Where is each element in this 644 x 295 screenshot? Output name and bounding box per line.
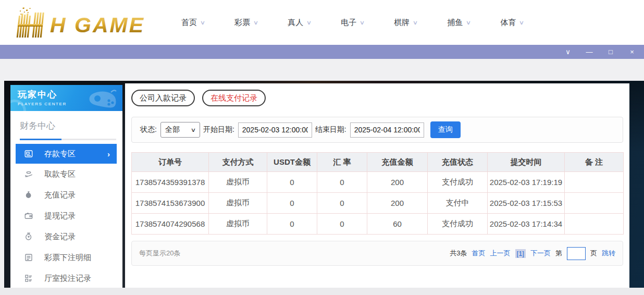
chevron-down-icon: ∨ (413, 19, 418, 26)
window-minimize-icon[interactable]: — (586, 48, 593, 55)
top-header: H GAME 首页 ∨ 彩票 ∨ 真人 ∨ 电子 ∨ 棋牌 ∨ 捕鱼 ∨ 体育 … (0, 0, 644, 45)
bottom-strip (0, 288, 644, 295)
sidebar-item-label: 存款专区 (44, 149, 76, 159)
cell-exchange-rate: 0 (317, 172, 367, 193)
sidebar-item-recharge-records[interactable]: 充值记录 (10, 185, 122, 205)
tab-company-deposit-records[interactable]: 公司入款记录 (131, 90, 195, 106)
window-dropdown-icon[interactable]: ∨ (564, 48, 572, 55)
sidebar-item-hall-bet-records[interactable]: 厅室投注记录 (10, 268, 122, 289)
sidebar-item-lottery-bet-details[interactable]: 彩票下注明细 (10, 247, 122, 268)
sidebar-title: 玩家中心 (18, 89, 122, 101)
section-underline (20, 139, 116, 140)
jump-action-link[interactable]: 跳转 (602, 249, 615, 258)
window-titlebar: ∨ — □ × (0, 45, 644, 59)
table-row: 1738574074290568 虚拟币 0 0 60 支付成功 2025-02… (132, 214, 624, 235)
sidebar-item-deposit-zone[interactable]: 存款专区 › (16, 144, 117, 164)
record-tabs: 公司入款记录 在线支付记录 (131, 90, 629, 106)
cell-remark (565, 172, 624, 193)
sidebar-item-funds-records[interactable]: 资金记录 (10, 226, 122, 247)
hand-money-icon (24, 169, 33, 179)
col-payment-method: 支付方式 (209, 153, 267, 172)
nav-label: 捕鱼 (447, 18, 463, 28)
cell-submit-time: 2025-02-03 17:19:19 (488, 172, 565, 193)
nav-item-lottery[interactable]: 彩票 ∨ (234, 18, 258, 28)
next-page-link[interactable]: 下一页 (530, 249, 551, 258)
pagination-controls: 共3条 首页 上一页 [1] 下一页 第 页 跳转 (450, 247, 615, 260)
sidebar-header: 玩家中心 PLAYERS CENTER (10, 85, 122, 111)
cell-recharge-status: 支付成功 (428, 214, 488, 235)
cell-usdt-amount: 0 (267, 214, 317, 235)
total-count-text: 共3条 (450, 249, 467, 258)
first-page-link[interactable]: 首页 (472, 249, 486, 258)
current-page-indicator: [1] (515, 249, 526, 258)
cell-order-number: 1738574359391378 (132, 172, 209, 193)
list-icon (24, 274, 33, 283)
jump-prefix-text: 第 (555, 249, 562, 258)
table-row: 1738574359391378 虚拟币 0 0 200 支付成功 2025-0… (132, 172, 624, 193)
nav-item-live[interactable]: 真人 ∨ (288, 18, 311, 28)
cell-payment-method: 虚拟币 (209, 172, 267, 193)
chevron-down-icon: ∨ (466, 19, 471, 26)
cell-exchange-rate: 0 (317, 214, 367, 235)
cell-remark (565, 214, 624, 235)
nav-item-sports[interactable]: 体育 ∨ (500, 18, 524, 28)
nav-item-fishing[interactable]: 捕鱼 ∨ (447, 18, 470, 28)
start-date-input[interactable] (238, 122, 312, 138)
tab-online-payment-records[interactable]: 在线支付记录 (202, 90, 266, 106)
nav-label: 电子 (341, 18, 356, 28)
nav-label: 棋牌 (394, 18, 410, 28)
logo-text: H GAME (50, 13, 145, 37)
table-header-row: 订单号 支付方式 USDT金额 汇 率 充值金额 充值状态 提交时间 备 注 (132, 153, 624, 172)
sidebar-item-label: 取款专区 (44, 169, 76, 179)
window-maximize-icon[interactable]: □ (607, 48, 614, 55)
sidebar-item-label: 彩票下注明细 (44, 253, 91, 263)
end-date-input[interactable] (350, 122, 424, 138)
sidebar-item-label: 充值记录 (44, 190, 76, 200)
cell-remark (565, 193, 624, 214)
main-nav: 首页 ∨ 彩票 ∨ 真人 ∨ 电子 ∨ 棋牌 ∨ 捕鱼 ∨ 体育 ∨ (181, 18, 524, 28)
chevron-down-icon: ∨ (306, 19, 312, 26)
cell-recharge-amount: 60 (367, 214, 428, 235)
cell-order-number: 1738574074290568 (132, 214, 209, 235)
page-jump-input[interactable] (567, 247, 586, 260)
payment-records-table: 订单号 支付方式 USDT金额 汇 率 充值金额 充值状态 提交时间 备 注 1… (131, 152, 624, 235)
caret-right-icon: › (107, 150, 110, 158)
col-exchange-rate: 汇 率 (317, 153, 367, 172)
sidebar-item-label: 提现记录 (44, 211, 76, 221)
sidebar-menu: 存款专区 › 取款专区 充值记录 (10, 144, 122, 289)
sidebar-subtitle: PLAYERS CENTER (18, 102, 122, 106)
cell-payment-method: 虚拟币 (209, 193, 267, 214)
cell-recharge-amount: 200 (367, 172, 428, 193)
document-icon (24, 253, 33, 262)
prev-page-link[interactable]: 上一页 (490, 249, 511, 258)
pagination-bar: 每页显示20条 共3条 首页 上一页 [1] 下一页 第 页 跳转 (131, 241, 623, 266)
per-page-text: 每页显示20条 (139, 249, 180, 258)
nav-item-board[interactable]: 棋牌 ∨ (394, 18, 417, 28)
money-bag-icon (24, 190, 33, 200)
col-order-number: 订单号 (132, 153, 209, 172)
chevron-down-icon: ∨ (253, 19, 258, 26)
brand-logo: H GAME (7, 6, 154, 39)
start-date-label: 开始日期: (203, 125, 234, 134)
section-title: 财务中心 (20, 120, 116, 132)
cell-submit-time: 2025-02-03 17:15:53 (488, 193, 565, 214)
window-close-icon[interactable]: × (628, 48, 636, 55)
nav-label: 体育 (500, 18, 516, 28)
cell-submit-time: 2025-02-03 17:14:34 (488, 214, 565, 235)
nav-item-home[interactable]: 首页 ∨ (181, 18, 205, 28)
select-caret-icon: ∨ (191, 127, 196, 133)
col-submit-time: 提交时间 (488, 153, 565, 172)
nav-item-electronic[interactable]: 电子 ∨ (341, 18, 364, 28)
cell-recharge-amount: 200 (367, 193, 428, 214)
sidebar-item-label: 厅室投注记录 (44, 274, 91, 284)
nav-label: 彩票 (234, 18, 250, 28)
sidebar-item-withdrawal-records[interactable]: 提现记录 (10, 205, 122, 226)
sidebar-item-withdraw-zone[interactable]: 取款专区 (10, 164, 122, 185)
wallet-icon (24, 211, 33, 220)
funds-bag-icon (24, 232, 33, 241)
search-button[interactable]: 查询 (430, 121, 461, 138)
desktop-area: 玩家中心 PLAYERS CENTER 财务中心 (0, 59, 644, 288)
table-row: 1738574153673900 虚拟币 0 0 200 支付中 2025-02… (132, 193, 624, 214)
status-select[interactable]: 全部 ∨ (160, 122, 200, 138)
striped-h-icon (17, 7, 45, 38)
